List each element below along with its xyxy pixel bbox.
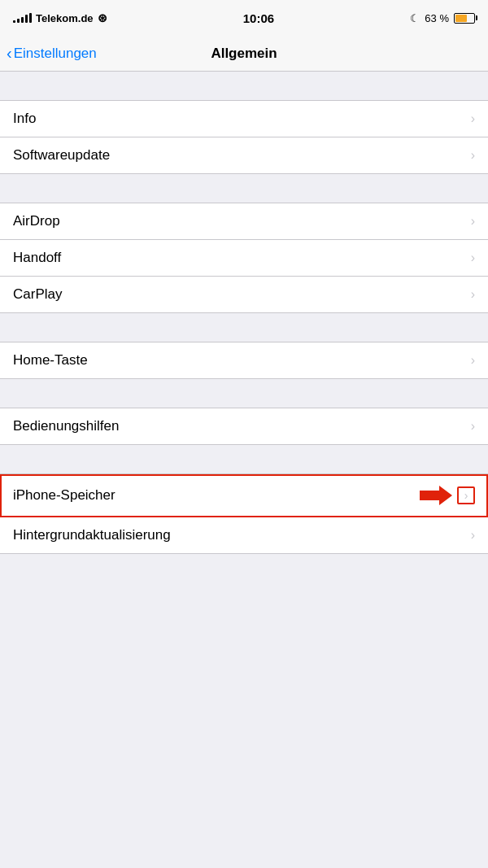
settings-item-home-taste[interactable]: Home-Taste › [0,342,488,378]
wifi-icon: ⊛ [98,11,107,24]
settings-group-4: Bedienungshilfen › [0,408,488,445]
battery-icon [454,13,475,24]
signal-icon [13,13,32,23]
moon-icon: ☾ [410,12,420,24]
nav-bar: ‹ Einstellungen Allgemein [0,36,488,72]
settings-group-2: AirDrop › Handoff › CarPlay › [0,203,488,313]
status-bar-left: Telekom.de ⊛ [13,11,107,24]
bottom-spacer [0,554,488,587]
handoff-label: Handoff [13,250,61,266]
settings-item-info[interactable]: Info › [0,101,488,137]
red-arrow-svg [420,484,452,507]
back-button[interactable]: ‹ Einstellungen [7,44,97,63]
battery-percent: 63 % [425,12,449,24]
home-taste-chevron-icon: › [471,353,475,368]
carrier-label: Telekom.de [36,12,94,24]
hintergrundaktualisierung-label: Hintergrundaktualisierung [13,527,171,543]
settings-item-softwareupdate[interactable]: Softwareupdate › [0,137,488,173]
section-spacer-4 [0,379,488,408]
iphone-speicher-right: › [420,484,475,507]
info-label: Info [13,111,36,127]
section-spacer-5 [0,445,488,473]
status-bar-right: ☾ 63 % [410,12,475,24]
section-spacer-2 [0,174,488,203]
home-taste-label: Home-Taste [13,352,88,369]
svg-marker-0 [420,486,452,505]
bedienungshilfen-label: Bedienungshilfen [13,418,119,434]
status-bar-time: 10:06 [243,11,274,25]
settings-group-5: iPhone-Speicher › Hintergrundaktualisier… [0,473,488,554]
settings-item-bedienungshilfen[interactable]: Bedienungshilfen › [0,408,488,444]
iphone-speicher-chevron-icon: › [457,486,475,504]
softwareupdate-chevron-icon: › [471,148,475,163]
back-chevron-icon: ‹ [7,44,12,63]
section-spacer-top [0,72,488,100]
page-title: Allgemein [211,46,277,62]
status-bar: Telekom.de ⊛ 10:06 ☾ 63 % [0,0,488,36]
battery-fill [455,15,467,22]
settings-item-iphone-speicher[interactable]: iPhone-Speicher › [0,474,488,517]
settings-group-3: Home-Taste › [0,342,488,379]
airdrop-label: AirDrop [13,213,60,229]
bedienungshilfen-chevron-icon: › [471,419,475,434]
red-arrow-icon [420,484,452,507]
handoff-chevron-icon: › [471,251,475,265]
settings-item-carplay[interactable]: CarPlay › [0,277,488,312]
softwareupdate-label: Softwareupdate [13,147,110,164]
back-label: Einstellungen [14,46,97,62]
settings-item-airdrop[interactable]: AirDrop › [0,203,488,240]
carplay-chevron-icon: › [471,287,475,302]
hintergrundaktualisierung-chevron-icon: › [471,528,475,543]
settings-item-hintergrundaktualisierung[interactable]: Hintergrundaktualisierung › [0,517,488,553]
info-chevron-icon: › [471,111,475,126]
iphone-speicher-label: iPhone-Speicher [13,487,115,504]
section-spacer-3 [0,313,488,342]
carplay-label: CarPlay [13,286,62,303]
settings-group-1: Info › Softwareupdate › [0,100,488,174]
settings-item-handoff[interactable]: Handoff › [0,240,488,277]
airdrop-chevron-icon: › [471,214,475,229]
